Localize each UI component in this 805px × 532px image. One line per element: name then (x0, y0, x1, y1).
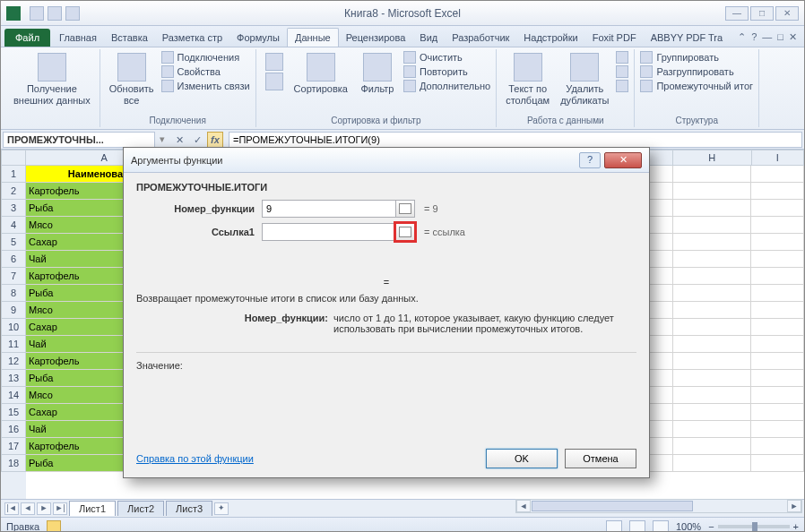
cell[interactable] (751, 455, 804, 472)
cell[interactable] (673, 370, 752, 387)
cell[interactable] (751, 302, 804, 319)
cell[interactable] (751, 438, 804, 455)
row-header[interactable]: 8 (1, 285, 26, 302)
tab-nav-next[interactable]: ► (37, 502, 51, 515)
view-pagebreak-button[interactable] (653, 520, 669, 533)
row-header[interactable]: 3 (1, 200, 26, 217)
cell[interactable] (673, 200, 752, 217)
tab-review[interactable]: Рецензирова (339, 29, 413, 47)
row-header[interactable]: 18 (1, 455, 26, 472)
row-header[interactable]: 13 (1, 370, 26, 387)
arg2-ref-button[interactable] (395, 223, 415, 241)
zoom-slider[interactable]: − + (708, 521, 799, 532)
cell[interactable] (673, 319, 752, 336)
horizontal-scrollbar[interactable]: ◄ ► (515, 499, 802, 513)
tab-home[interactable]: Главная (52, 29, 104, 47)
cell[interactable] (673, 387, 752, 404)
col-header[interactable]: H (673, 150, 752, 166)
maximize-button[interactable]: □ (750, 6, 774, 21)
sheet-tab-1[interactable]: Лист1 (69, 501, 116, 516)
text-to-columns-button[interactable]: Текст по столбцам (502, 51, 553, 108)
properties-button[interactable]: Свойства (161, 65, 250, 78)
advanced-filter-button[interactable]: Дополнительно (403, 80, 490, 92)
function-help-link[interactable]: Справка по этой функции (136, 453, 254, 464)
cell[interactable] (673, 302, 752, 319)
cell[interactable] (673, 455, 752, 472)
refresh-all-button[interactable]: Обновить все (106, 51, 158, 108)
cancel-button[interactable]: Отмена (565, 449, 636, 468)
row-header[interactable]: 1 (1, 166, 26, 183)
arg1-ref-button[interactable] (395, 200, 415, 218)
cell[interactable] (751, 268, 804, 285)
cell[interactable] (673, 353, 752, 370)
view-normal-button[interactable] (606, 520, 622, 533)
cell[interactable] (751, 183, 804, 200)
edit-links-button[interactable]: Изменить связи (161, 80, 250, 92)
fx-button[interactable]: fx (207, 132, 223, 148)
ungroup-button[interactable]: Разгруппировать (640, 65, 753, 78)
row-header[interactable]: 2 (1, 183, 26, 200)
row-header[interactable]: 11 (1, 336, 26, 353)
close-button[interactable]: ✕ (775, 6, 799, 21)
connections-button[interactable]: Подключения (161, 51, 250, 64)
tab-file[interactable]: Файл (4, 29, 50, 47)
row-header[interactable]: 5 (1, 234, 26, 251)
sort-button[interactable]: Сортировка (290, 51, 351, 97)
ribbon-minimize-icon[interactable]: ⌃ (738, 31, 746, 43)
external-data-button[interactable]: Получение внешних данных (10, 51, 94, 108)
cell[interactable] (673, 217, 752, 234)
tab-foxit[interactable]: Foxit PDF (585, 29, 644, 47)
tab-formulas[interactable]: Формулы (229, 29, 287, 47)
whatif-button[interactable] (616, 80, 628, 92)
cell[interactable] (673, 404, 752, 421)
reapply-button[interactable]: Повторить (403, 65, 490, 78)
dialog-help-button[interactable]: ? (579, 152, 601, 168)
sort-az-button[interactable] (262, 51, 287, 94)
remove-duplicates-button[interactable]: Удалить дубликаты (557, 51, 612, 108)
cell[interactable] (673, 166, 752, 183)
doc-close-icon[interactable]: ✕ (789, 31, 797, 43)
qat-undo-icon[interactable] (48, 6, 62, 21)
cell[interactable] (673, 438, 752, 455)
cell[interactable] (751, 200, 804, 217)
ok-button[interactable]: OK (486, 449, 558, 468)
tab-view[interactable]: Вид (412, 29, 445, 47)
cell[interactable] (751, 217, 804, 234)
filter-button[interactable]: Фильтр (355, 51, 400, 97)
cancel-formula-button[interactable]: ✕ (171, 132, 187, 148)
tab-nav-first[interactable]: |◄ (4, 502, 19, 515)
row-header[interactable]: 6 (1, 251, 26, 268)
tab-nav-prev[interactable]: ◄ (21, 502, 35, 515)
sheet-tab-3[interactable]: Лист3 (166, 501, 212, 516)
cell[interactable] (751, 285, 804, 302)
macro-record-icon[interactable] (47, 520, 61, 533)
zoom-out-button[interactable]: − (708, 521, 714, 532)
clear-filter-button[interactable]: Очистить (403, 51, 490, 64)
cell[interactable] (673, 234, 752, 251)
validation-button[interactable] (616, 51, 628, 64)
tab-addins[interactable]: Надстройки (516, 29, 584, 47)
doc-restore-icon[interactable]: □ (777, 31, 783, 43)
cell[interactable] (673, 268, 752, 285)
row-header[interactable]: 16 (1, 421, 26, 438)
arg2-input[interactable] (262, 223, 396, 241)
help-icon[interactable]: ? (751, 31, 757, 43)
cell[interactable] (751, 353, 804, 370)
cell[interactable] (751, 234, 804, 251)
tab-layout[interactable]: Разметка стр (155, 29, 229, 47)
row-header[interactable]: 10 (1, 319, 26, 336)
cell[interactable] (751, 421, 804, 438)
minimize-button[interactable]: — (725, 6, 749, 21)
cell[interactable] (751, 387, 804, 404)
row-header[interactable]: 9 (1, 302, 26, 319)
tab-insert[interactable]: Вставка (104, 29, 155, 47)
scroll-right-button[interactable]: ► (787, 500, 801, 512)
cell[interactable] (751, 404, 804, 421)
col-header[interactable]: I (752, 150, 805, 166)
row-header[interactable]: 4 (1, 217, 26, 234)
cell[interactable] (673, 421, 752, 438)
group-button[interactable]: Группировать (640, 51, 753, 64)
scroll-thumb[interactable] (532, 501, 693, 511)
cell[interactable] (673, 336, 752, 353)
qat-save-icon[interactable] (30, 6, 44, 21)
